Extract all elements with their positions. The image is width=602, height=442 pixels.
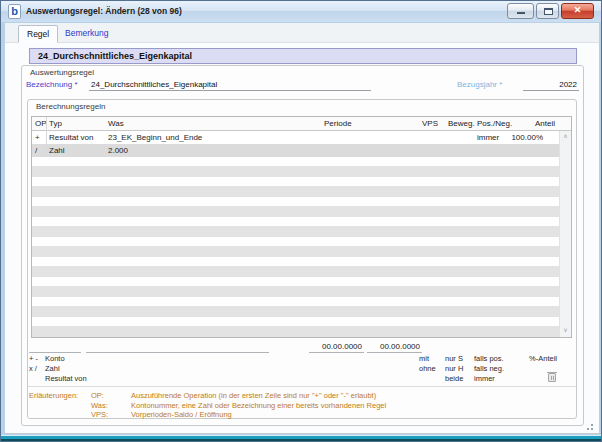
title-bar[interactable]: b Auswertungsregel: Ändern (28 von 96) ✕ <box>1 1 601 22</box>
empty-rows-area[interactable] <box>32 157 559 337</box>
entry-op-field[interactable] <box>29 341 81 353</box>
tab-regel[interactable]: Regel <box>18 25 58 43</box>
legend-posneg-1: falls pos. <box>474 354 504 363</box>
minimize-button[interactable] <box>507 3 534 19</box>
legend-beweg-3: beide <box>445 374 463 383</box>
tab-bemerkung[interactable]: Bemerkung <box>57 25 116 43</box>
cell-op: + <box>35 133 40 142</box>
note-text-vps: Vorperioden-Saldo / Eröffnung <box>131 410 232 419</box>
column-header-posneg[interactable]: Pos./Neg. <box>477 119 512 128</box>
window-title: Auswertungsregel: Ändern (28 von 96) <box>26 6 182 16</box>
groupbox-berechnungsregeln-title: Berechnungsregeln <box>36 102 105 111</box>
column-header-beweg[interactable]: Beweg. <box>448 119 475 128</box>
scroll-up-icon[interactable]: ∧ <box>560 131 571 143</box>
table-header-row: OP Typ Was Periode VPS Beweg. Pos./Neg. … <box>32 117 571 131</box>
column-header-was[interactable]: Was <box>108 119 124 128</box>
trash-icon <box>548 373 556 382</box>
legend-vps-2: ohne <box>419 364 436 373</box>
legend-op-1: + - <box>29 354 38 363</box>
note-text-was: Kontonummer, eine Zahl oder Bezeichnung … <box>131 401 386 410</box>
rules-table: OP Typ Was Periode VPS Beweg. Pos./Neg. … <box>31 116 572 338</box>
legend-typ-2: Zahl <box>45 364 60 373</box>
scroll-down-icon[interactable]: ∨ <box>560 325 571 337</box>
dialog-window: b Auswertungsregel: Ändern (28 von 96) ✕… <box>0 0 602 442</box>
cell-posneg: immer <box>477 133 499 142</box>
legend-anteil: %-Anteil <box>505 354 557 363</box>
legend-op-2: x / <box>29 364 37 373</box>
cell-typ: Resultat von <box>49 133 93 142</box>
table-row[interactable]: + Resultat von 23_EK_Beginn_und_Ende imm… <box>32 131 559 144</box>
note-key-was: Was: <box>91 401 108 410</box>
close-button[interactable]: ✕ <box>561 3 594 19</box>
legend-typ-1: Konto <box>45 354 65 363</box>
bezeichnung-label: Bezeichnung * <box>26 80 78 89</box>
cell-typ: Zahl <box>49 146 65 155</box>
column-separator <box>46 117 47 157</box>
entry-date-to-field[interactable] <box>367 341 422 353</box>
note-key-vps: VPS: <box>91 410 108 419</box>
table-row-selected[interactable]: / Zahl 2.000 <box>32 144 559 157</box>
column-header-op[interactable]: OP <box>35 119 47 128</box>
close-icon: ✕ <box>574 5 582 15</box>
cell-op: / <box>35 146 37 155</box>
legend-beweg-2: nur H <box>445 364 463 373</box>
legend-typ-3: Resultat von <box>45 374 87 383</box>
dialog-body: Regel Bemerkung 24_Durchschnittliches_Ei… <box>5 23 599 434</box>
maximize-icon <box>544 8 553 15</box>
legend-beweg-1: nur S <box>445 354 463 363</box>
app-icon: b <box>8 4 21 19</box>
vertical-scrollbar[interactable]: ∧ ∨ <box>559 131 571 337</box>
cell-was: 23_EK_Beginn_und_Ende <box>108 133 202 142</box>
cell-was: 2.000 <box>108 146 128 155</box>
notes-label: Erläuterungen: <box>29 391 78 400</box>
tab-bar: Regel Bemerkung <box>5 23 599 43</box>
groupbox-auswertungsregel-title: Auswertungsregel <box>30 68 94 77</box>
legend-vps-1: mit <box>419 354 429 363</box>
bezugsjahr-input[interactable] <box>523 79 579 91</box>
column-header-anteil[interactable]: Anteil <box>535 119 555 128</box>
window-bottom-accent <box>1 435 601 441</box>
legend-posneg-2: falls neg. <box>474 364 504 373</box>
rule-name-header: 24_Durchschnittliches_Eigenkapital <box>29 48 577 64</box>
cell-anteil: 100.00% <box>511 133 543 142</box>
resize-grip[interactable] <box>583 420 593 430</box>
note-key-op: OP: <box>91 391 104 400</box>
bezeichnung-input[interactable] <box>89 79 371 91</box>
maximize-button[interactable] <box>536 3 559 19</box>
column-header-vps[interactable]: VPS <box>422 119 438 128</box>
column-header-typ[interactable]: Typ <box>49 119 62 128</box>
entry-was-field[interactable] <box>86 341 269 353</box>
entry-date-from-field[interactable] <box>309 341 364 353</box>
bezugsjahr-label: Bezugsjahr * <box>457 80 502 89</box>
legend-posneg-3: immer <box>474 374 495 383</box>
column-header-periode[interactable]: Periode <box>324 119 352 128</box>
legend-notes-divider <box>28 386 576 387</box>
minimize-icon <box>517 12 525 14</box>
note-text-op: Auszuführende Operation (in der ersten Z… <box>131 391 376 400</box>
